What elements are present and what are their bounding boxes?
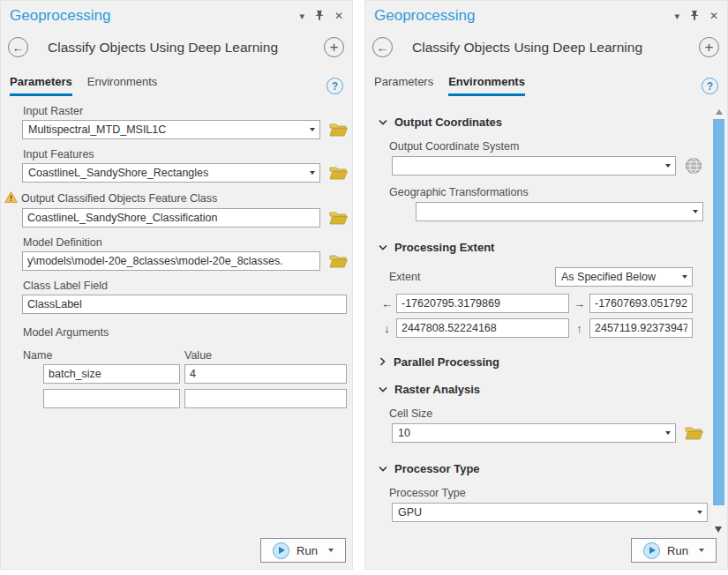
extent-ymin-input[interactable] xyxy=(396,318,569,338)
dropdown-caret-icon[interactable] xyxy=(682,275,687,279)
model-definition-label: Model Definition xyxy=(23,236,352,249)
pane-header: Geoprocessing ▾ ✕ xyxy=(1,1,352,26)
collapse-icon[interactable]: ▾ xyxy=(674,11,679,21)
model-argument-row xyxy=(43,364,352,384)
dropdown-caret-icon[interactable] xyxy=(310,171,315,175)
extent-label: Extent xyxy=(389,271,420,283)
play-icon xyxy=(273,542,289,559)
output-classified-browse-button[interactable] xyxy=(328,210,349,226)
back-button[interactable]: ← xyxy=(372,37,393,57)
extent-xmin-input[interactable] xyxy=(396,294,569,313)
dropdown-caret-icon[interactable] xyxy=(310,128,315,131)
cell-size-combo[interactable]: 10 xyxy=(392,423,676,443)
chevron-down-icon xyxy=(379,239,387,255)
run-button[interactable]: Run xyxy=(260,538,346,563)
tab-parameters[interactable]: Parameters xyxy=(374,75,433,96)
run-label: Run xyxy=(667,544,688,557)
scroll-up-icon[interactable] xyxy=(712,106,725,118)
scrollbar-thumb[interactable] xyxy=(713,119,724,505)
tool-title: Classify Objects Using Deep Learning xyxy=(412,40,699,56)
processor-type-value: GPU xyxy=(398,506,422,519)
collapse-icon[interactable]: ▾ xyxy=(299,11,304,21)
processor-type-combo[interactable]: GPU xyxy=(392,503,708,522)
dropdown-caret-icon[interactable] xyxy=(693,210,698,213)
pin-icon[interactable] xyxy=(315,10,324,22)
add-to-model-button[interactable]: + xyxy=(324,37,344,57)
output-coordinate-system-combo[interactable] xyxy=(392,156,676,175)
pane-title: Geoprocessing xyxy=(374,7,475,25)
run-options-caret-icon[interactable] xyxy=(699,549,704,552)
model-arguments-name-header: Name xyxy=(23,349,184,362)
argument-value-input[interactable] xyxy=(184,364,347,384)
input-features-combo[interactable]: CoastlineL_SandyShore_Rectangles xyxy=(22,163,320,183)
back-button[interactable]: ← xyxy=(8,37,28,57)
help-icon[interactable]: ? xyxy=(326,78,343,94)
class-label-field-input[interactable] xyxy=(22,295,347,314)
argument-name-input[interactable] xyxy=(43,364,180,384)
section-parallel-processing[interactable]: Parallel Processing xyxy=(379,354,714,370)
tab-environments[interactable]: Environments xyxy=(87,75,157,96)
environments-form: Output Coordinates Output Coordinate Sys… xyxy=(365,105,714,532)
dropdown-caret-icon[interactable] xyxy=(697,511,702,514)
chevron-down-icon xyxy=(379,114,387,130)
input-raster-combo[interactable]: Multispectral_MTD_MSIL1C xyxy=(22,120,320,139)
extent-ymax-input[interactable] xyxy=(589,318,693,338)
chevron-right-icon xyxy=(379,354,387,370)
extent-mode-value: As Specified Below xyxy=(561,271,656,283)
extent-west-icon: ← xyxy=(380,297,394,310)
input-raster-label: Input Raster xyxy=(23,105,352,117)
warning-icon xyxy=(4,191,18,205)
output-classified-input[interactable] xyxy=(22,208,320,228)
dropdown-caret-icon[interactable] xyxy=(665,431,671,435)
model-definition-input[interactable] xyxy=(22,251,320,271)
section-processing-extent[interactable]: Processing Extent xyxy=(379,239,714,255)
geographic-transformations-combo[interactable] xyxy=(416,202,703,221)
model-definition-browse-button[interactable] xyxy=(328,253,349,269)
geoprocessing-pane-parameters: Geoprocessing ▾ ✕ ← Classify Objects Usi… xyxy=(0,0,353,570)
tab-bar: Parameters Environments ? xyxy=(1,57,352,96)
tab-bar: Parameters Environments ? xyxy=(365,57,727,96)
tool-toolbar: ← Classify Objects Using Deep Learning + xyxy=(1,26,352,57)
input-raster-browse-button[interactable] xyxy=(328,122,349,138)
close-icon[interactable]: ✕ xyxy=(334,11,343,21)
section-raster-analysis[interactable]: Raster Analysis xyxy=(379,381,714,397)
extent-xmax-input[interactable] xyxy=(589,294,693,313)
extent-east-icon: → xyxy=(572,297,587,310)
dropdown-caret-icon[interactable] xyxy=(665,164,671,168)
play-icon xyxy=(643,542,660,559)
model-argument-row xyxy=(43,389,352,408)
help-icon[interactable]: ? xyxy=(702,78,718,94)
add-to-model-button[interactable]: + xyxy=(699,37,719,57)
input-features-browse-button[interactable] xyxy=(328,165,349,181)
cell-size-browse-button[interactable] xyxy=(684,425,704,441)
argument-name-input[interactable] xyxy=(43,389,180,408)
section-processor-type[interactable]: Processor Type xyxy=(379,460,714,476)
close-icon[interactable]: ✕ xyxy=(709,11,718,21)
pane-header: Geoprocessing ▾ ✕ xyxy=(365,1,727,26)
input-features-value: CoastlineL_SandyShore_Rectangles xyxy=(28,167,208,179)
run-button[interactable]: Run xyxy=(631,538,717,563)
geographic-transformations-label: Geographic Transformations xyxy=(389,186,714,198)
globe-icon[interactable] xyxy=(684,156,703,175)
cell-size-value: 10 xyxy=(398,427,410,439)
scroll-down-icon[interactable] xyxy=(715,526,722,533)
run-options-caret-icon[interactable] xyxy=(328,549,334,552)
pane-title: Geoprocessing xyxy=(10,7,110,25)
cell-size-label: Cell Size xyxy=(389,407,714,420)
argument-value-input[interactable] xyxy=(184,389,347,408)
extent-mode-combo[interactable]: As Specified Below xyxy=(555,267,693,287)
tab-parameters[interactable]: Parameters xyxy=(10,75,72,96)
tab-environments[interactable]: Environments xyxy=(448,75,525,96)
model-arguments-label: Model Arguments xyxy=(23,326,352,339)
class-label-field-label: Class Label Field xyxy=(23,280,352,292)
extent-south-icon: ↓ xyxy=(380,322,394,335)
parameters-form: Input Raster Multispectral_MTD_MSIL1C In… xyxy=(1,105,352,408)
scrollbar[interactable] xyxy=(712,106,725,536)
section-output-coordinates[interactable]: Output Coordinates xyxy=(379,114,714,130)
output-coordinate-system-label: Output Coordinate System xyxy=(389,140,714,153)
run-label: Run xyxy=(296,544,318,557)
processor-type-label: Processor Type xyxy=(389,487,714,499)
chevron-down-icon xyxy=(379,460,387,476)
geoprocessing-pane-environments: Geoprocessing ▾ ✕ ← Classify Objects Usi… xyxy=(364,0,728,570)
pin-icon[interactable] xyxy=(690,10,699,22)
